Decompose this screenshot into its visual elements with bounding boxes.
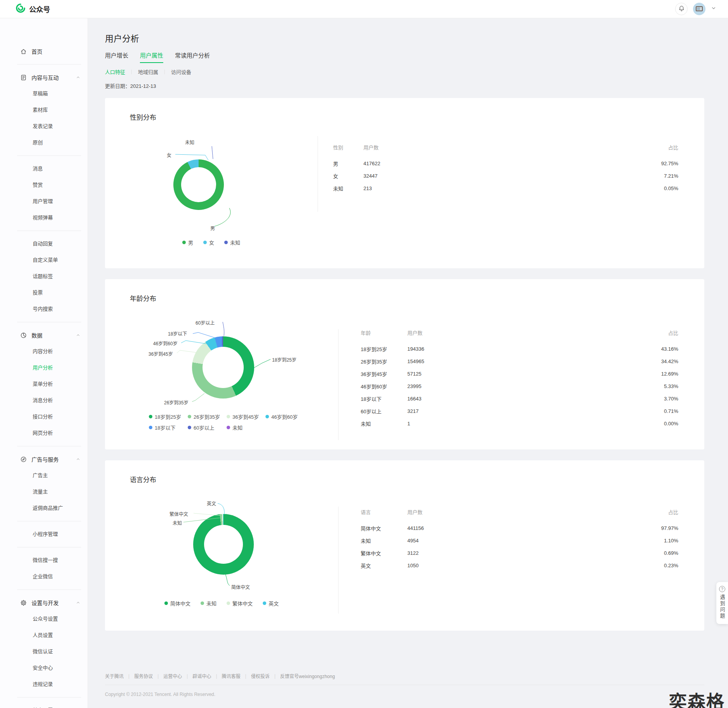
sidebar-item[interactable]: 菜单分析: [0, 376, 87, 392]
sidebar-item[interactable]: 违规记录: [0, 676, 87, 692]
wechat-official-logo-icon: [16, 3, 26, 15]
footer-link[interactable]: 侵权投诉: [251, 673, 270, 679]
legend-item[interactable]: 繁体中文: [227, 600, 253, 607]
sidebar-item[interactable]: 用户管理: [0, 193, 87, 210]
sidebar-item[interactable]: 投票: [0, 285, 87, 301]
table-row: 英文10500.23%: [361, 559, 678, 572]
tab-user-attributes[interactable]: 用户属性: [140, 51, 163, 63]
tab-regular-readers[interactable]: 常读用户分析: [175, 51, 210, 63]
legend-dot: [201, 601, 204, 605]
divider: [17, 64, 81, 65]
footer-link[interactable]: 运营中心: [163, 673, 182, 679]
table-row: 26岁到35岁15496534.42%: [361, 355, 678, 367]
divider: |: [157, 673, 159, 679]
chevron-up-icon: [76, 75, 80, 80]
divider: |: [216, 673, 217, 679]
legend-item[interactable]: 男: [182, 239, 193, 246]
legend-dot: [188, 415, 191, 418]
main-content: 用户分析 用户增长 用户属性 常读用户分析 人口特征 地域归属 访问设备 更新日…: [88, 18, 728, 708]
sidebar-item[interactable]: 自定义菜单: [0, 252, 87, 268]
app-logo[interactable]: 公众号: [16, 3, 50, 15]
legend-item[interactable]: 46岁到60岁: [265, 413, 304, 420]
footer-link[interactable]: 腾讯客服: [222, 673, 241, 679]
sidebar-item[interactable]: 草稿箱: [0, 86, 87, 102]
sidebar-item[interactable]: 网页分析: [0, 425, 87, 441]
sidebar-item[interactable]: 消息: [0, 161, 87, 177]
divider: [318, 136, 318, 212]
divider: [17, 446, 81, 446]
sidebar-item[interactable]: 广告主: [0, 467, 87, 484]
tab-bar: 用户增长 用户属性 常读用户分析: [105, 51, 704, 63]
sidebar-section-settings[interactable]: 设置与开发: [0, 594, 87, 611]
sidebar-item[interactable]: 话题标签: [0, 268, 87, 285]
divider: [17, 589, 81, 590]
sidebar-item[interactable]: 小程序管理: [0, 526, 87, 542]
footer-link[interactable]: 辟谣中心: [192, 673, 211, 679]
sidebar-section-ads[interactable]: 广告与服务: [0, 451, 87, 467]
sidebar-item[interactable]: 返佣商品推广: [0, 500, 87, 516]
sidebar-item[interactable]: 人员设置: [0, 627, 87, 643]
sidebar-item[interactable]: 发表记录: [0, 118, 87, 135]
sidebar-section-data[interactable]: 数据: [0, 327, 87, 343]
sidebar-item[interactable]: 原创: [0, 135, 87, 151]
chart-label: 26岁到35岁: [164, 399, 189, 406]
gender-distribution-card: 性别分布 未知 女 男 男 女 未知 性别用户数占比 男41762292.75: [105, 98, 704, 268]
home-icon: [20, 48, 27, 55]
subtab-demographics[interactable]: 人口特征: [105, 68, 125, 75]
sidebar-item[interactable]: 视频弹幕: [0, 210, 87, 226]
legend-item[interactable]: 未知: [224, 239, 240, 246]
donut-chart[interactable]: [192, 336, 254, 399]
age-distribution-card: 年龄分布 60岁以上 18岁以下 46岁到60岁 36岁到45岁 26岁到35岁…: [105, 279, 704, 449]
update-date-value: 2021-12-13: [130, 83, 156, 89]
sidebar-item[interactable]: 内容分析: [0, 343, 87, 360]
legend-item[interactable]: 26岁到35岁: [188, 413, 227, 420]
legend-item[interactable]: 简体中文: [164, 600, 190, 607]
footer-link[interactable]: 反馈官号weixingongzhong: [280, 673, 335, 679]
sidebar-item[interactable]: 号内搜索: [0, 301, 87, 317]
divider: |: [274, 673, 276, 679]
sidebar-item[interactable]: 基本配置: [0, 702, 87, 708]
sidebar-item[interactable]: 流量主: [0, 484, 87, 500]
sidebar-item[interactable]: 微信认证: [0, 643, 87, 660]
chart-label: 女: [167, 152, 171, 158]
sidebar-item-user-analysis[interactable]: 用户分析: [0, 360, 87, 376]
legend-item[interactable]: 36岁到45岁: [227, 413, 265, 420]
sidebar-item[interactable]: 企业微信: [0, 568, 87, 585]
legend-item[interactable]: 英文: [263, 600, 279, 607]
notifications-button[interactable]: [675, 3, 688, 15]
sidebar-item[interactable]: 公众号设置: [0, 611, 87, 627]
sidebar-item[interactable]: 素材库: [0, 102, 87, 118]
legend-dot: [227, 415, 230, 418]
sidebar-item[interactable]: 赞赏: [0, 177, 87, 193]
page-footer: 关于腾讯| 服务协议| 运营中心| 辟谣中心| 腾讯客服| 侵权投诉| 反馈官号…: [105, 673, 704, 708]
sidebar-item[interactable]: 安全中心: [0, 660, 87, 676]
sidebar-item[interactable]: 自动回复: [0, 236, 87, 252]
sidebar-item[interactable]: 接口分析: [0, 409, 87, 425]
account-menu-chevron-down-icon[interactable]: [711, 5, 716, 12]
help-widget[interactable]: ? 遇到问题: [716, 582, 728, 624]
account-avatar[interactable]: [693, 3, 705, 15]
legend-item[interactable]: 未知: [201, 600, 216, 607]
divider: [338, 329, 339, 440]
footer-link[interactable]: 服务协议: [134, 673, 153, 679]
legend-item[interactable]: 60岁以上: [188, 424, 227, 431]
footer-link[interactable]: 关于腾讯: [105, 673, 124, 679]
legend-item[interactable]: 未知: [227, 424, 265, 431]
legend-dot: [203, 241, 207, 244]
donut-chart[interactable]: [173, 159, 224, 210]
chart-label: 36岁到45岁: [148, 350, 173, 357]
donut-chart[interactable]: [193, 514, 254, 575]
subtab-device[interactable]: 访问设备: [171, 68, 191, 75]
chart-label: 18岁以下: [168, 330, 187, 337]
sidebar-item-home[interactable]: 首页: [0, 43, 87, 59]
sidebar-item[interactable]: 消息分析: [0, 392, 87, 409]
legend-item[interactable]: 18岁以下: [149, 424, 188, 431]
legend-item[interactable]: 18岁到25岁: [149, 413, 188, 420]
legend-item[interactable]: 女: [203, 239, 214, 246]
sidebar-section-content[interactable]: 内容与互动: [0, 69, 87, 86]
subtab-region[interactable]: 地域归属: [138, 68, 158, 75]
table-row: 男41762292.75%: [333, 157, 678, 170]
update-date-label: 更新日期：: [105, 83, 130, 89]
sidebar-item[interactable]: 微信搜一搜: [0, 552, 87, 568]
tab-user-growth[interactable]: 用户增长: [105, 51, 128, 63]
